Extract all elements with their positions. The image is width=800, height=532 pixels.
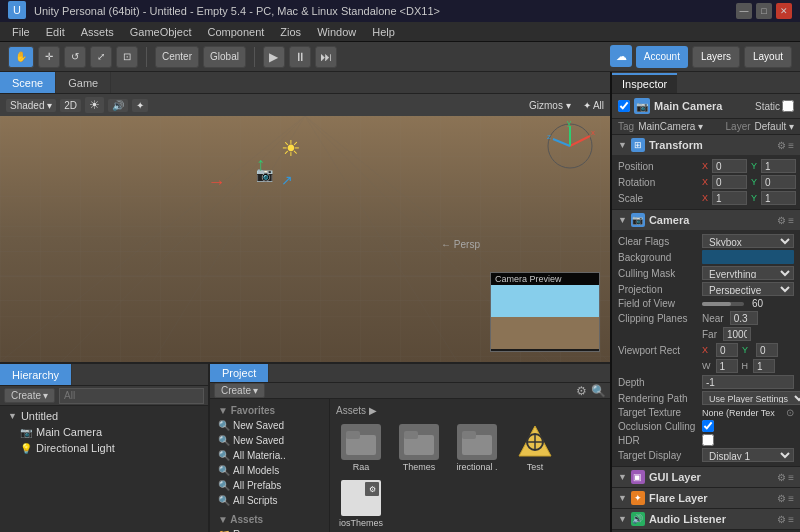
guilayer-header[interactable]: ▼ ▣ GUI Layer ⚙ ≡ xyxy=(612,467,800,487)
scene-content[interactable]: ☀ 📷 → ↑ ↗ ← Persp xyxy=(0,116,610,362)
near-input[interactable] xyxy=(730,311,758,325)
close-button[interactable]: ✕ xyxy=(776,3,792,19)
vr-h-input[interactable] xyxy=(753,359,775,373)
cullingmask-select[interactable]: Everything xyxy=(702,266,794,280)
fov-slider[interactable] xyxy=(702,302,744,306)
axis-gizmo[interactable]: x y z xyxy=(545,121,595,171)
hier-item-untitled[interactable]: ▼ Untitled xyxy=(4,408,204,424)
tab-inspector[interactable]: Inspector xyxy=(612,73,677,93)
shaded-dropdown[interactable]: Shaded ▾ xyxy=(6,99,56,112)
2d-toggle[interactable]: 2D xyxy=(60,99,81,112)
tab-game[interactable]: Game xyxy=(56,72,111,93)
menu-zios[interactable]: Zios xyxy=(272,24,309,40)
scale-x-input[interactable] xyxy=(712,191,747,205)
tree-item-allscripts[interactable]: 🔍All Scripts xyxy=(214,493,325,508)
scale-y-input[interactable] xyxy=(761,191,796,205)
camera-header[interactable]: ▼ 📷 Camera ⚙ ≡ xyxy=(612,210,800,230)
position-x-input[interactable] xyxy=(712,159,747,173)
static-checkbox[interactable] xyxy=(782,100,794,112)
layer-value[interactable]: Default ▾ xyxy=(755,121,794,132)
audiolistener-header[interactable]: ▼ 🔊 Audio Listener ⚙ ≡ xyxy=(612,509,800,529)
position-y-input[interactable] xyxy=(761,159,796,173)
step-button[interactable]: ⏭ xyxy=(315,46,337,68)
minimize-button[interactable]: — xyxy=(736,3,752,19)
targetdisplay-select[interactable]: Display 1 xyxy=(702,448,794,462)
transform-header[interactable]: ▼ ⊞ Transform ⚙ ≡ xyxy=(612,135,800,155)
audiolistener-menu-icon[interactable]: ≡ xyxy=(788,514,794,525)
vr-y-input[interactable] xyxy=(756,343,778,357)
camera-menu-icon[interactable]: ≡ xyxy=(788,215,794,226)
tree-item-raa[interactable]: 📁Raa xyxy=(214,527,325,532)
menu-gameobject[interactable]: GameObject xyxy=(122,24,200,40)
file-item-raa[interactable]: Raa xyxy=(336,424,386,472)
far-input[interactable] xyxy=(723,327,751,341)
project-search-icon[interactable]: 🔍 xyxy=(591,384,606,398)
layout-button[interactable]: Layout xyxy=(744,46,792,68)
hier-item-maincamera[interactable]: 📷 Main Camera xyxy=(4,424,204,440)
lighting-toggle[interactable]: ☀ xyxy=(85,97,104,113)
audiolistener-settings-icon[interactable]: ⚙ xyxy=(777,514,786,525)
renderingpath-select[interactable]: Use Player Settings xyxy=(702,391,800,405)
camera-settings-icon[interactable]: ⚙ xyxy=(777,215,786,226)
account-button[interactable]: Account xyxy=(636,46,688,68)
tab-scene[interactable]: Scene xyxy=(0,72,56,93)
file-item-directional[interactable]: irectional . xyxy=(452,424,502,472)
project-create-button[interactable]: Create ▾ xyxy=(214,383,265,398)
hierarchy-create-button[interactable]: Create ▾ xyxy=(4,388,55,403)
project-settings-icon[interactable]: ⚙ xyxy=(576,384,587,398)
file-item-themes[interactable]: Themes xyxy=(394,424,444,472)
file-item-test[interactable]: Test xyxy=(510,424,560,472)
flarelayer-settings-icon[interactable]: ⚙ xyxy=(777,493,786,504)
play-button[interactable]: ▶ xyxy=(263,46,285,68)
tab-project[interactable]: Project xyxy=(210,364,269,382)
guilayer-settings-icon[interactable]: ⚙ xyxy=(777,472,786,483)
menu-assets[interactable]: Assets xyxy=(73,24,122,40)
clearflags-select[interactable]: Skybox xyxy=(702,234,794,248)
tree-item-allprefabs[interactable]: 🔍All Prefabs xyxy=(214,478,325,493)
menu-file[interactable]: File xyxy=(4,24,38,40)
tab-hierarchy[interactable]: Hierarchy xyxy=(0,364,72,385)
tree-item-allmaterials[interactable]: 🔍All Materia.. xyxy=(214,448,325,463)
tool-rotate[interactable]: ↺ xyxy=(64,46,86,68)
tree-item-newsaved1[interactable]: 🔍New Saved xyxy=(214,418,325,433)
projection-select[interactable]: Perspective xyxy=(702,282,794,296)
tool-hand[interactable]: ✋ xyxy=(8,46,34,68)
tree-item-newsaved2[interactable]: 🔍New Saved xyxy=(214,433,325,448)
tool-move[interactable]: ✛ xyxy=(38,46,60,68)
pause-button[interactable]: ⏸ xyxy=(289,46,311,68)
rotation-y-input[interactable] xyxy=(761,175,796,189)
center-toggle[interactable]: Center xyxy=(155,46,199,68)
menu-window[interactable]: Window xyxy=(309,24,364,40)
global-toggle[interactable]: Global xyxy=(203,46,246,68)
tool-scale[interactable]: ⤢ xyxy=(90,46,112,68)
occlusioncull-checkbox[interactable] xyxy=(702,420,714,432)
vr-w-input[interactable] xyxy=(716,359,738,373)
tree-item-allmodels[interactable]: 🔍All Models xyxy=(214,463,325,478)
object-active-checkbox[interactable] xyxy=(618,100,630,112)
tool-rect[interactable]: ⊡ xyxy=(116,46,138,68)
audio-toggle[interactable]: 🔊 xyxy=(108,99,128,112)
tag-value[interactable]: MainCamera ▾ xyxy=(638,121,703,132)
transform-menu-icon[interactable]: ≡ xyxy=(788,140,794,151)
cloud-icon[interactable]: ☁ xyxy=(610,45,632,67)
effects-toggle[interactable]: ✦ xyxy=(132,99,148,112)
file-item-iosthemes[interactable]: ⚙ iosThemes xyxy=(336,480,386,528)
hier-item-directionallight[interactable]: 💡 Directional Light xyxy=(4,440,204,456)
flarelayer-menu-icon[interactable]: ≡ xyxy=(788,493,794,504)
hdr-checkbox[interactable] xyxy=(702,434,714,446)
menu-edit[interactable]: Edit xyxy=(38,24,73,40)
background-color[interactable] xyxy=(702,250,794,264)
depth-input[interactable] xyxy=(702,375,794,389)
hierarchy-search-input[interactable] xyxy=(59,388,204,404)
rotation-x-input[interactable] xyxy=(712,175,747,189)
flarelayer-header[interactable]: ▼ ✦ Flare Layer ⚙ ≡ xyxy=(612,488,800,508)
menu-help[interactable]: Help xyxy=(364,24,403,40)
vr-x-input[interactable] xyxy=(716,343,738,357)
maximize-button[interactable]: □ xyxy=(756,3,772,19)
layers-button[interactable]: Layers xyxy=(692,46,740,68)
gizmos-label[interactable]: Gizmos ▾ xyxy=(529,100,571,111)
menu-component[interactable]: Component xyxy=(199,24,272,40)
targettexture-dot-icon[interactable]: ⊙ xyxy=(786,407,794,418)
guilayer-menu-icon[interactable]: ≡ xyxy=(788,472,794,483)
transform-settings-icon[interactable]: ⚙ xyxy=(777,140,786,151)
